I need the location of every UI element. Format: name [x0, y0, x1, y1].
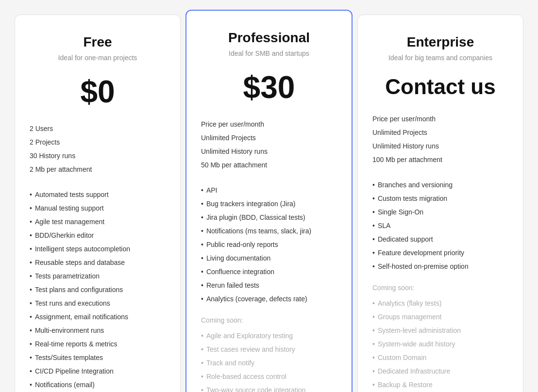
feature-item: Real-time reports & metrics — [30, 337, 166, 351]
coming-soon-item: Agile and Exploratory testing — [201, 329, 337, 343]
plan-price-enterprise: Contact us — [372, 76, 508, 98]
feature-item: Feature development priority — [372, 246, 508, 260]
coming-soon-item: Groups management — [372, 310, 508, 324]
plan-subtitle-professional: Ideal for SMB and startups — [201, 49, 337, 57]
coming-soon-item: System-level administration — [372, 324, 508, 337]
coming-soon-label-professional: Coming soon: — [201, 313, 337, 327]
feature-item: Automated tests support — [30, 188, 166, 201]
feature-item: Single Sign-On — [372, 205, 508, 219]
plan-card-enterprise: EnterpriseIdeal for big teams and compan… — [357, 15, 523, 392]
feature-item: API — [201, 183, 337, 197]
plan-basics-enterprise: Price per user/monthUnlimited ProjectsUn… — [372, 112, 508, 166]
coming-soon-item: Dedicated Infrastructure — [372, 364, 508, 378]
plan-price-free: $0 — [30, 76, 166, 107]
feature-item: CI/CD Pipeline Integration — [30, 364, 166, 378]
basic-item: 100 Mb per attachment — [372, 153, 508, 166]
plan-card-free: FreeIdeal for one-man projects$02 Users2… — [15, 15, 181, 392]
coming-soon-label-enterprise: Coming soon: — [372, 281, 508, 294]
feature-item: Confluence integration — [201, 265, 337, 278]
feature-item: Custom tests migration — [372, 192, 508, 205]
coming-soon-item: Backup & Restore — [372, 378, 508, 392]
plan-name-enterprise: Enterprise — [372, 34, 508, 50]
basic-item: Unlimited Projects — [372, 126, 508, 139]
feature-item: Self-hosted on-premise option — [372, 260, 508, 273]
coming-soon-item: Track and notify — [201, 356, 337, 370]
feature-item: Jira plugin (BDD, Classical tests) — [201, 211, 337, 224]
feature-item: Notifications (ms teams, slack, jira) — [201, 224, 337, 238]
basic-item: Unlimited Projects — [201, 131, 337, 145]
feature-item: Test plans and configurations — [30, 283, 166, 296]
plan-features-professional: APIBug trackers integration (Jira)Jira p… — [201, 183, 337, 392]
plan-subtitle-enterprise: Ideal for big teams and companies — [372, 54, 508, 62]
feature-item: Tests parametrization — [30, 269, 166, 283]
plan-card-professional: ProfessionalIdeal for SMB and startups$3… — [185, 10, 353, 392]
basic-item: 30 History runs — [30, 149, 166, 163]
basic-item: 2 Users — [30, 122, 166, 135]
plan-name-free: Free — [30, 34, 166, 50]
plan-subtitle-free: Ideal for one-man projects — [30, 54, 166, 62]
feature-item: Agile test management — [30, 215, 166, 229]
feature-item: Rerun failed tests — [201, 278, 337, 292]
feature-item: Bug trackers integration (Jira) — [201, 197, 337, 211]
coming-soon-item: Test cases review and history — [201, 343, 337, 356]
basic-item: 50 Mb per attachment — [201, 158, 337, 172]
feature-item: Tests/Suites templates — [30, 351, 166, 364]
feature-item: BDD/Gherkin editor — [30, 229, 166, 242]
coming-soon-item: Two-way source code integration — [201, 383, 337, 392]
plan-basics-free: 2 Users2 Projects30 History runs2 Mb per… — [30, 122, 166, 176]
plan-basics-professional: Price per user/monthUnlimited ProjectsUn… — [201, 117, 337, 172]
coming-soon-item: System-wide audit history — [372, 337, 508, 351]
basic-item: Price per user/month — [372, 112, 508, 126]
basic-item: Unlimited History runs — [201, 145, 337, 158]
basic-item: 2 Projects — [30, 135, 166, 149]
basic-item: Price per user/month — [201, 117, 337, 131]
basic-item: 2 Mb per attachment — [30, 163, 166, 176]
plan-features-enterprise: Branches and versioningCustom tests migr… — [372, 178, 508, 392]
plan-price-professional: $30 — [201, 72, 337, 103]
feature-item: Assignment, email notifications — [30, 310, 166, 324]
pricing-container: FreeIdeal for one-man projects$02 Users2… — [10, 10, 528, 392]
basic-item: Unlimited History runs — [372, 139, 508, 153]
feature-item: Reusable steps and database — [30, 256, 166, 269]
feature-item: Multi-environment runs — [30, 324, 166, 337]
feature-item: Manual testing support — [30, 201, 166, 215]
coming-soon-item: Analytics (flaky tests) — [372, 296, 508, 310]
feature-item: Branches and versioning — [372, 178, 508, 192]
coming-soon-item: Custom Domain — [372, 351, 508, 364]
coming-soon-item: Role-based access control — [201, 370, 337, 383]
feature-item: Dedicated support — [372, 232, 508, 246]
plan-features-free: Automated tests supportManual testing su… — [30, 188, 166, 392]
feature-item: Public read-only reports — [201, 238, 337, 251]
feature-item: SLA — [372, 219, 508, 232]
plan-name-professional: Professional — [201, 30, 337, 46]
feature-item: Notifications (email) — [30, 378, 166, 392]
feature-item: Intelligent steps autocompletion — [30, 242, 166, 256]
feature-item: Analytics (coverage, defects rate) — [201, 292, 337, 306]
feature-item: Test runs and executions — [30, 296, 166, 310]
feature-item: Living documentation — [201, 251, 337, 265]
